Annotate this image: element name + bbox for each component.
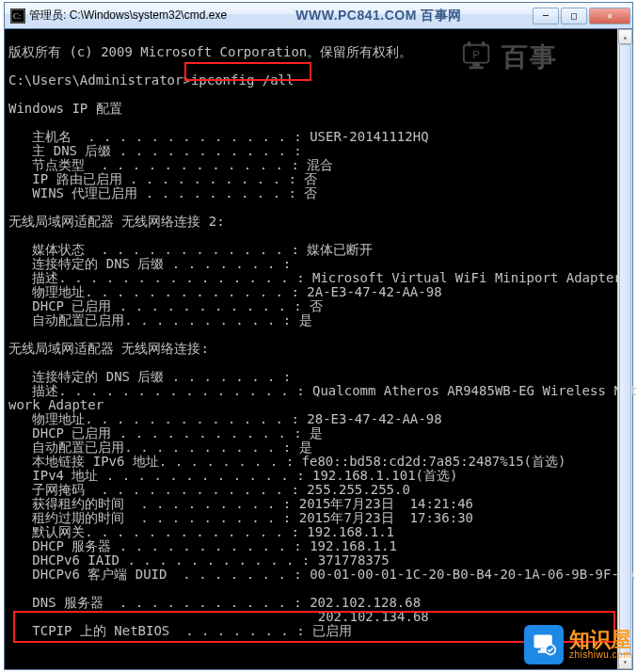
vertical-scrollbar[interactable]: ▴ ▾ bbox=[617, 29, 632, 669]
a1-dhcp-row: DHCP 已启用 . . . . . . . . . . . : 否 bbox=[8, 298, 323, 313]
node-type-row: 节点类型 . . . . . . . . . . . . : 混合 bbox=[8, 157, 333, 172]
minimize-button[interactable]: ─ bbox=[533, 8, 559, 24]
a2-duid-row: DHCPv6 客户端 DUID . . . . . . . : 00-01-00… bbox=[8, 567, 635, 582]
a2-expire-row: 租约过期的时间 . . . . . . . . . : 2015年7月23日 1… bbox=[8, 510, 473, 525]
section-ipconfig: Windows IP 配置 bbox=[8, 101, 122, 116]
a2-iaid-row: DHCPv6 IAID . . . . . . . . . . . : 3717… bbox=[8, 552, 390, 568]
a1-dns-suffix-row: 连接特定的 DNS 后缀 . . . . . . . : bbox=[8, 256, 291, 271]
scroll-thumb[interactable] bbox=[619, 44, 631, 654]
a2-mask-row: 子网掩码 . . . . . . . . . . . . : 255.255.2… bbox=[8, 482, 410, 497]
a2-dhcp-row: DHCP 已启用 . . . . . . . . . . . : 是 bbox=[8, 425, 323, 440]
scroll-track[interactable] bbox=[618, 44, 632, 654]
adapter2-header: 无线局域网适配器 无线网络连接: bbox=[8, 341, 209, 356]
svg-text:C:: C: bbox=[13, 11, 22, 21]
primary-dns-suffix-row: 主 DNS 后缀 . . . . . . . . . . . : bbox=[8, 143, 302, 158]
prompt: C:\Users\Administrator> bbox=[8, 72, 191, 88]
a2-dns-row2: 202.102.134.68 bbox=[8, 609, 429, 624]
a2-dns-suffix-row: 连接特定的 DNS 后缀 . . . . . . . : bbox=[8, 369, 291, 384]
a1-phys-row: 物理地址. . . . . . . . . . . . . : 2A-E3-47… bbox=[8, 284, 442, 299]
a1-auto-row: 自动配置已启用. . . . . . . . . . : 是 bbox=[8, 312, 312, 328]
a2-netbios-row: TCPIP 上的 NetBIOS . . . . . . . : 已启用 bbox=[8, 623, 352, 638]
a2-dns-row: DNS 服务器 . . . . . . . . . . . : 202.102.… bbox=[8, 595, 421, 610]
a1-media-row: 媒体状态 . . . . . . . . . . . . : 媒体已断开 bbox=[8, 242, 373, 257]
a2-phys-row: 物理地址. . . . . . . . . . . . . : 28-E3-47… bbox=[8, 411, 442, 426]
cmd-window: C: 管理员: C:\Windows\system32\cmd.exe WWW.… bbox=[4, 2, 633, 670]
window-title: 管理员: C:\Windows\system32\cmd.exe bbox=[29, 8, 227, 24]
watermark-url: WWW.PC841.COM 百事网 bbox=[227, 8, 531, 24]
window-buttons: ─ □ ✕ bbox=[531, 8, 630, 24]
scroll-down-button[interactable]: ▾ bbox=[618, 654, 632, 669]
typed-command: ipconfig /all bbox=[191, 72, 295, 88]
ip-routing-row: IP 路由已启用 . . . . . . . . . . : 否 bbox=[8, 171, 317, 186]
a2-gateway-row: 默认网关. . . . . . . . . . . . . : 192.168.… bbox=[8, 524, 394, 539]
a2-dhcpsrv-row: DHCP 服务器 . . . . . . . . . . . : 192.168… bbox=[8, 538, 397, 553]
a2-desc-cont: work Adapter bbox=[8, 397, 104, 412]
maximize-button[interactable]: □ bbox=[561, 8, 587, 24]
a2-auto-row: 自动配置已启用. . . . . . . . . . : 是 bbox=[8, 440, 312, 455]
host-row: 主机名 . . . . . . . . . . . . . : USER-201… bbox=[8, 129, 429, 144]
close-button[interactable]: ✕ bbox=[589, 8, 630, 24]
copyright-line: 版权所有 (c) 2009 Microsoft Corporation。保留所有… bbox=[8, 44, 412, 59]
a2-linklocal6-row: 本地链接 IPv6 地址. . . . . . . . : fe80::bd58… bbox=[8, 454, 565, 469]
scroll-up-button[interactable]: ▴ bbox=[618, 29, 632, 44]
a2-lease-row: 获得租约的时间 . . . . . . . . . : 2015年7月23日 1… bbox=[8, 496, 473, 511]
adapter1-header: 无线局域网适配器 无线网络连接 2: bbox=[8, 214, 225, 229]
titlebar[interactable]: C: 管理员: C:\Windows\system32\cmd.exe WWW.… bbox=[5, 3, 632, 29]
a2-ipv4-row: IPv4 地址 . . . . . . . . . . . . : 192.16… bbox=[8, 468, 457, 483]
wins-proxy-row: WINS 代理已启用 . . . . . . . . . : 否 bbox=[8, 185, 317, 200]
a1-desc-row: 描述. . . . . . . . . . . . . . . : Micros… bbox=[8, 270, 622, 285]
a2-desc-row: 描述. . . . . . . . . . . . . . . : Qualco… bbox=[8, 383, 637, 398]
terminal-output[interactable]: 版权所有 (c) 2009 Microsoft Corporation。保留所有… bbox=[5, 29, 632, 669]
cmd-icon: C: bbox=[10, 8, 25, 24]
